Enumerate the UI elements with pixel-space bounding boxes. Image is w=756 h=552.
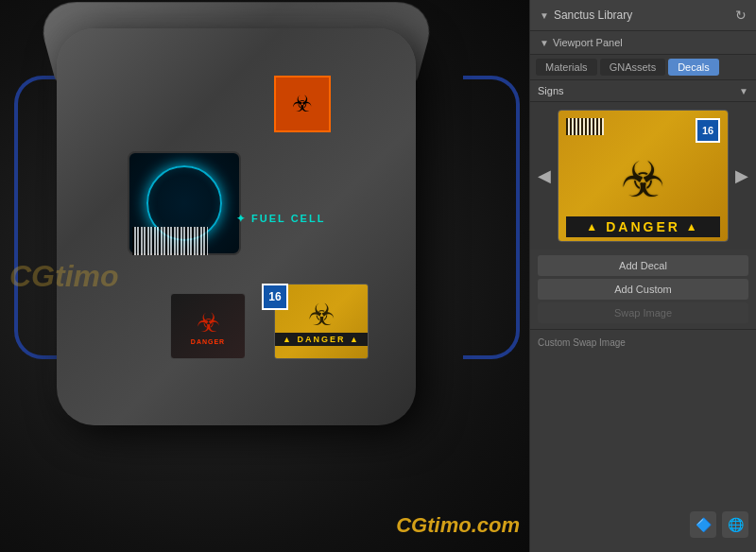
right-panel: ▼ Sanctus Library ↻ ▼ Viewport Panel Mat… xyxy=(529,0,756,552)
preview-badge-16: 16 xyxy=(696,118,720,143)
dropdown-label: Signs xyxy=(538,85,564,96)
globe-icon: 🌐 xyxy=(728,517,744,532)
next-arrow-icon[interactable]: ▶ xyxy=(731,164,752,188)
bottom-icons-row: 🔷 🌐 xyxy=(690,511,748,538)
tabs-row: Materials GNAssets Decals xyxy=(530,55,756,80)
rope-right xyxy=(463,76,520,359)
preview-top-row: 16 xyxy=(566,118,720,143)
danger-text: DANGER xyxy=(606,219,680,234)
panel-header: ▼ Sanctus Library ↻ xyxy=(530,0,756,31)
add-decal-button[interactable]: Add Decal xyxy=(538,255,748,276)
diamond-icon: 🔷 xyxy=(696,517,712,532)
decal-danger: ☣ ▲ DANGER ▲ xyxy=(274,284,369,359)
decal-fuelcell: ✦ FUEL CELL xyxy=(236,213,325,225)
tab-gnassets[interactable]: GNAssets xyxy=(600,59,666,76)
crate-body: ✦ FUEL CELL ☣ ☣ DANGER ☣ ▲ DANGER ▲ 16 xyxy=(57,28,416,425)
tab-materials[interactable]: Materials xyxy=(536,59,597,76)
preview-biohazard-icon: ☣ xyxy=(621,155,665,204)
decal-barcode xyxy=(132,227,208,255)
panel-title-row: ▼ Sanctus Library xyxy=(540,9,632,22)
watermark-bottom: CGtimo.com xyxy=(396,513,520,538)
decal-orange-hazard: ☣ xyxy=(274,76,331,132)
panel-title: Sanctus Library xyxy=(554,9,632,22)
prev-arrow-icon[interactable]: ◀ xyxy=(534,164,555,188)
danger-triangle-left: ▲ xyxy=(586,220,600,233)
badge-16-crate: 16 xyxy=(262,284,288,310)
decal-preview-card: 16 ☣ ▲ DANGER ▲ xyxy=(558,110,729,242)
custom-swap-label: Custom Swap Image xyxy=(538,337,748,348)
viewport-panel-label: ▼ Viewport Panel xyxy=(530,31,756,55)
bottom-icon-diamond[interactable]: 🔷 xyxy=(690,511,716,538)
tab-decals[interactable]: Decals xyxy=(668,59,719,76)
custom-swap-section: Custom Swap Image xyxy=(530,329,756,361)
add-custom-button[interactable]: Add Custom xyxy=(538,279,748,300)
decal-danger-text: DANGER xyxy=(191,338,225,345)
preview-area: ◀ 16 ☣ ▲ DANGER ▲ ▶ xyxy=(530,102,756,250)
preview-danger-bar: ▲ DANGER ▲ xyxy=(566,216,720,237)
viewport-panel-text: Viewport Panel xyxy=(553,37,623,48)
preview-barcode xyxy=(566,118,604,135)
viewport-chevron-icon: ▼ xyxy=(540,38,549,48)
bottom-icon-globe[interactable]: 🌐 xyxy=(722,511,748,538)
decal-biohazard: ☣ DANGER xyxy=(170,293,246,359)
panel-chevron-icon: ▼ xyxy=(540,10,549,21)
dropdown-arrow-icon: ▼ xyxy=(739,86,748,96)
category-dropdown[interactable]: Signs ▼ xyxy=(530,80,756,102)
render-viewport: ✦ FUEL CELL ☣ ☣ DANGER ☣ ▲ DANGER ▲ 16 C… xyxy=(0,0,529,552)
swap-image-button[interactable]: Swap Image xyxy=(538,302,748,323)
refresh-icon[interactable]: ↻ xyxy=(735,8,747,23)
action-buttons: Add Decal Add Custom Swap Image xyxy=(530,250,756,329)
danger-triangle-right: ▲ xyxy=(686,220,700,233)
